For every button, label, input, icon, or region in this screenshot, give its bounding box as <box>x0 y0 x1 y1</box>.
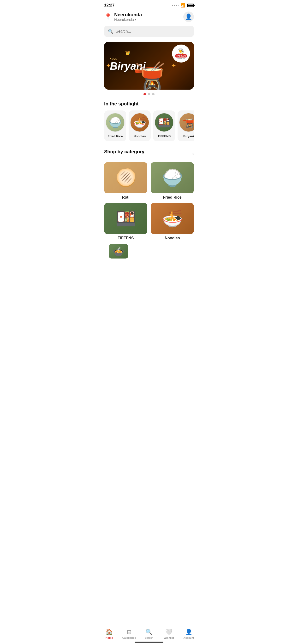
opencafe-logo: 👨‍🍳 OPENCAFÉ Restaurant <box>172 44 190 62</box>
search-container: 🔍 <box>99 26 199 42</box>
tiffens-label: TIFFENS <box>118 236 134 240</box>
crown-icon: 👑 <box>125 51 130 55</box>
sparkle-left-icon: ✦ <box>106 62 111 69</box>
friedrice-image: 🍚 <box>151 162 194 193</box>
signal-icon <box>172 5 179 6</box>
biryani-food-image: 🫕 <box>133 60 166 90</box>
location-block[interactable]: 📍 Neerukonda Neerukonda ▾ <box>104 12 142 22</box>
battery-icon <box>187 4 194 7</box>
spotlight-item-tiffens[interactable]: 🍱 TIFFENS <box>153 110 175 141</box>
promo-banner[interactable]: Shai Biryani 👑 ✦ ✦ 🫕 👨‍🍳 OPENCAFÉ Restau… <box>104 42 194 90</box>
category-chevron-right-icon[interactable]: › <box>192 151 194 156</box>
avatar-button[interactable]: 👤 <box>183 12 194 22</box>
spotlight-friedrice-label: Fried Rice <box>108 134 123 138</box>
sparkle-right-icon: ✦ <box>171 62 176 69</box>
chevron-down-icon: ▾ <box>135 18 136 21</box>
spotlight-item-biryani[interactable]: 🫕 Biryani <box>178 110 194 141</box>
dot-2[interactable] <box>148 93 150 95</box>
noodles-image: 🍜 <box>151 203 194 234</box>
location-subtitle[interactable]: Neerukonda ▾ <box>114 18 142 22</box>
wifi-icon: 📶 <box>181 3 185 8</box>
search-bar[interactable]: 🔍 <box>104 26 194 37</box>
noodles-label: Noodles <box>165 236 180 240</box>
spotlight-noodles-image: 🍜 <box>130 113 149 132</box>
spotlight-tiffens-image: 🍱 <box>155 113 174 132</box>
friedrice-label: Fried Rice <box>163 195 181 200</box>
brand-name: OPENCAFÉ <box>175 54 187 58</box>
category-title: Shop by category <box>104 149 144 154</box>
status-time: 12:27 <box>104 3 114 8</box>
status-bar: 12:27 📶 <box>99 0 199 10</box>
dot-3[interactable] <box>152 93 155 95</box>
search-input[interactable] <box>116 29 190 34</box>
category-item-noodles[interactable]: 🍜 Noodles <box>151 203 194 240</box>
roti-image: 🫓 <box>104 162 147 193</box>
spotlight-biryani-label: Biryani <box>183 134 194 138</box>
location-text: Neerukonda Neerukonda ▾ <box>114 12 142 22</box>
spotlight-grid: 🍚 Fried Rice 🍜 Noodles 🍱 TIFFENS 🫕 Birya… <box>104 110 194 143</box>
chef-icon: 👨‍🍳 <box>178 48 184 54</box>
category-item-friedrice[interactable]: 🍚 Fried Rice <box>151 162 194 200</box>
category-section: Shop by category › 🫓 Roti 🍚 Fried Rice 🍱… <box>99 145 199 282</box>
spotlight-item-noodles[interactable]: 🍜 Noodles <box>129 110 151 141</box>
category-item-tiffens[interactable]: 🍱 TIFFENS <box>104 203 147 240</box>
status-icons: 📶 <box>172 3 194 8</box>
category-header: Shop by category › <box>104 149 194 158</box>
spotlight-item-friedrice[interactable]: 🍚 Fried Rice <box>104 110 126 141</box>
spotlight-title: In the spotlight <box>104 101 194 106</box>
partial-category-item: 🍲 <box>109 244 128 258</box>
banner-content: Shai Biryani 👑 ✦ ✦ 🫕 👨‍🍳 OPENCAFÉ Restau… <box>104 42 194 90</box>
header: 📍 Neerukonda Neerukonda ▾ 👤 <box>99 10 199 26</box>
banner-dots <box>99 93 199 95</box>
spotlight-friedrice-image: 🍚 <box>106 113 125 132</box>
roti-label: Roti <box>122 195 129 200</box>
spotlight-section: In the spotlight 🍚 Fried Rice 🍜 Noodles … <box>99 97 199 145</box>
city-name: Neerukonda <box>114 12 142 18</box>
location-pin-icon: 📍 <box>104 14 112 20</box>
category-grid: 🫓 Roti 🍚 Fried Rice 🍱 TIFFENS 🍜 Noodles <box>104 162 194 242</box>
category-item-roti[interactable]: 🫓 Roti <box>104 162 147 200</box>
avatar-icon: 👤 <box>185 14 192 20</box>
search-icon: 🔍 <box>108 29 113 34</box>
brand-subtitle: Restaurant <box>178 58 185 59</box>
tiffens-image: 🍱 <box>104 203 147 234</box>
dot-1[interactable] <box>143 93 146 95</box>
spotlight-tiffens-label: TIFFENS <box>158 134 171 138</box>
spotlight-biryani-image: 🫕 <box>179 113 194 132</box>
spotlight-noodles-label: Noodles <box>133 134 146 138</box>
